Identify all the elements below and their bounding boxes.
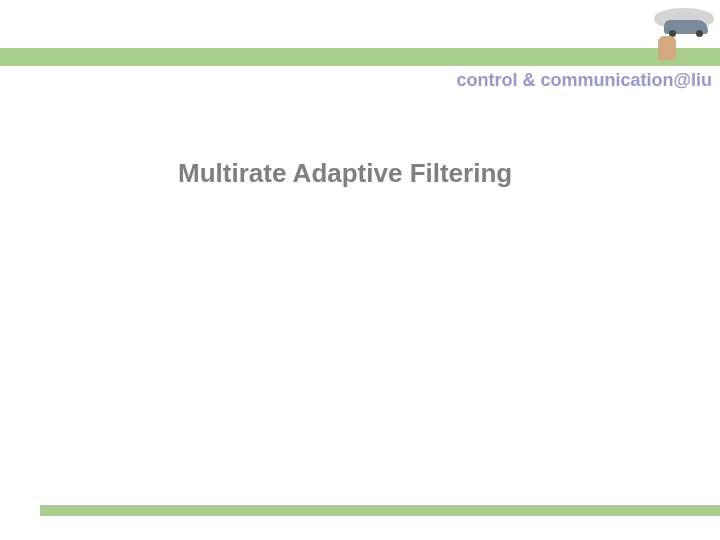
header-decoration (636, 2, 716, 62)
bottom-accent-bar (40, 505, 720, 516)
header-subtitle: control & communication@liu (456, 70, 712, 91)
top-accent-bar (0, 48, 720, 66)
car-graphic (664, 20, 708, 34)
slide-title: Multirate Adaptive Filtering (178, 158, 512, 189)
hand-graphic (658, 36, 676, 60)
